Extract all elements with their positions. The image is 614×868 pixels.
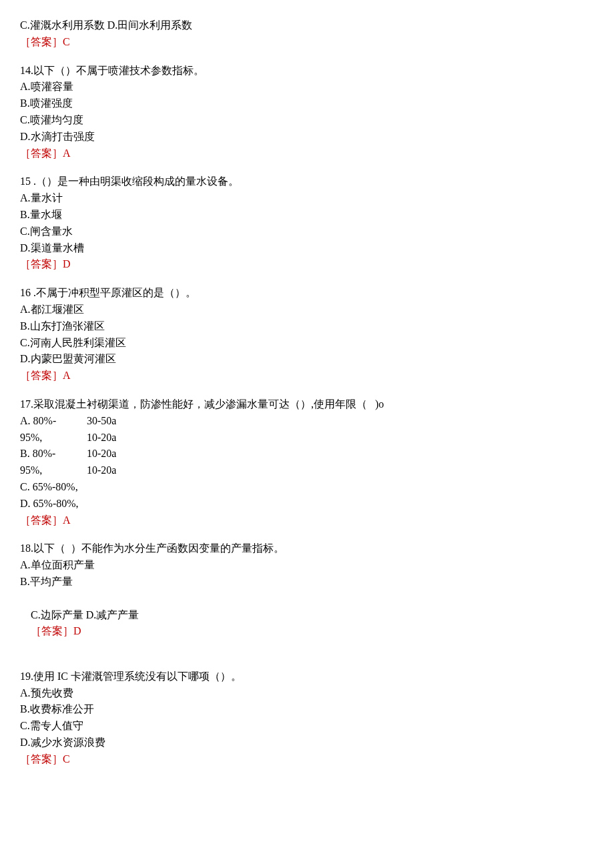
q17-col2: 30-50a 10-20a 10-20a 10-20a (87, 413, 154, 512)
q15-answer: ［答案］D (20, 256, 594, 273)
q19: 19.使用 IC 卡灌溉管理系统没有以下哪项（）。 A.预先收费 B.收费标准公… (20, 669, 594, 768)
q13-answer: ［答案］C (20, 34, 594, 51)
q18-option-b: B.平均产量 (20, 574, 594, 590)
q19-answer: ［答案］C (20, 751, 594, 768)
q19-option-d: D.减少水资源浪费 (20, 735, 594, 751)
q18-answer: ［答案］D (31, 625, 81, 636)
q13-option-cd: C.灌溉水利用系数 D.田间水利用系数 (20, 17, 594, 34)
q15-option-b: B.量水堰 (20, 207, 594, 224)
q14: 14.以下（）不属于喷灌技术参数指标。 A.喷灌容量 B.喷灌强度 C.喷灌均匀… (20, 63, 594, 162)
q17-col2-r1: 30-50a (87, 413, 154, 430)
q17-col2-r2: 10-20a (87, 430, 154, 446)
q17-col1-r3: B. 80%- (20, 446, 87, 462)
q17-col1-r6: D. 65%-80%, (20, 496, 87, 512)
q17-answer: ［答案］A (20, 512, 594, 529)
q17-stem: 17.采取混凝土衬砌渠道，防渗性能好，减少渗漏水量可达（）,使用年限（ )o (20, 396, 594, 413)
q18-stem: 18.以下（ ）不能作为水分生产函数因变量的产量指标。 (20, 540, 594, 557)
q17: 17.采取混凝土衬砌渠道，防渗性能好，减少渗漏水量可达（）,使用年限（ )o A… (20, 396, 594, 528)
q17-col1-r5: C. 65%-80%, (20, 479, 87, 496)
q17-options-row: A. 80%- 95%, B. 80%- 95%, C. 65%-80%, D.… (20, 413, 594, 512)
q15-option-d: D.渠道量水槽 (20, 240, 594, 257)
q13-tail: C.灌溉水利用系数 D.田间水利用系数 ［答案］C (20, 17, 594, 51)
q18-option-cd-line: C.边际产量 D.减产产量 ［答案］D (20, 590, 594, 657)
q14-stem: 14.以下（）不属于喷灌技术参数指标。 (20, 63, 594, 79)
q19-stem: 19.使用 IC 卡灌溉管理系统没有以下哪项（）。 (20, 669, 594, 685)
q17-col2-r3: 10-20a (87, 446, 154, 462)
q18-option-cd: C.边际产量 D.减产产量 (31, 609, 139, 620)
q16-option-b: B.山东打渔张灌区 (20, 318, 594, 335)
q16-stem: 16 .不属于冲积型平原灌区的是（）。 (20, 285, 594, 302)
q17-col2-r4: 10-20a (87, 462, 154, 479)
q17-col1-r4: 95%, (20, 462, 87, 479)
q18: 18.以下（ ）不能作为水分生产函数因变量的产量指标。 A.单位面积产量 B.平… (20, 540, 594, 657)
q19-option-c: C.需专人值守 (20, 718, 594, 735)
q17-col1: A. 80%- 95%, B. 80%- 95%, C. 65%-80%, D.… (20, 413, 87, 512)
q16: 16 .不属于冲积型平原灌区的是（）。 A.都江堰灌区 B.山东打渔张灌区 C.… (20, 285, 594, 384)
q17-col1-r1: A. 80%- (20, 413, 87, 430)
q16-answer: ［答案］A (20, 368, 594, 384)
q15-stem: 15 .（）是一种由明渠收缩段构成的量水设备。 (20, 173, 594, 190)
q14-option-b: B.喷灌强度 (20, 95, 594, 112)
q14-answer: ［答案］A (20, 145, 594, 162)
q16-option-d: D.内蒙巴盟黄河灌区 (20, 351, 594, 368)
q14-option-c: C.喷灌均匀度 (20, 112, 594, 129)
q15-option-c: C.闸含量水 (20, 224, 594, 240)
q19-option-b: B.收费标准公开 (20, 701, 594, 718)
q19-option-a: A.预先收费 (20, 685, 594, 702)
q17-col1-r2: 95%, (20, 430, 87, 446)
q14-option-a: A.喷灌容量 (20, 79, 594, 95)
q18-option-a: A.单位面积产量 (20, 557, 594, 574)
q15-option-a: A.量水计 (20, 190, 594, 207)
q16-option-a: A.都江堰灌区 (20, 302, 594, 318)
q14-option-d: D.水滴打击强度 (20, 129, 594, 145)
q15: 15 .（）是一种由明渠收缩段构成的量水设备。 A.量水计 B.量水堰 C.闸含… (20, 173, 594, 273)
q16-option-c: C.河南人民胜利渠灌区 (20, 335, 594, 352)
